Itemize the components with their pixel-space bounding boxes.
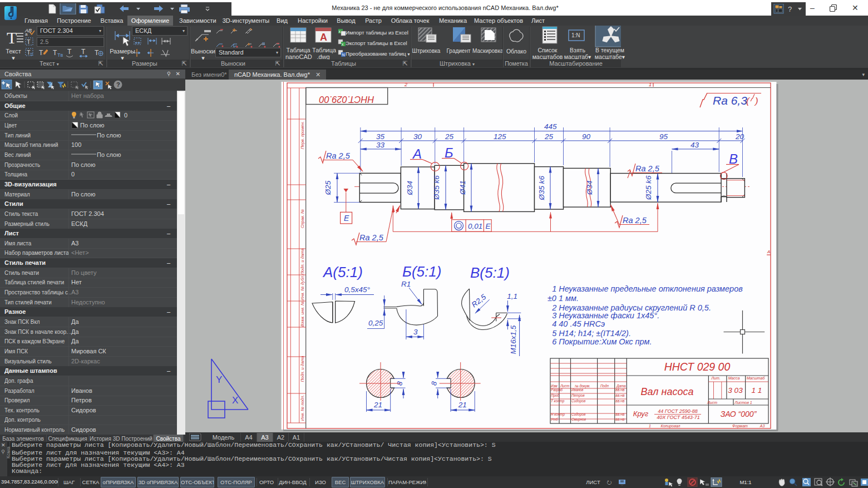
svg-text:Ø25 k6: Ø25 k6 — [644, 175, 653, 200]
svg-text:T: T — [7, 28, 17, 47]
svg-text:90: 90 — [582, 132, 591, 141]
svg-text:Ø34: Ø34 — [406, 181, 414, 196]
svg-text:ВВ.НВ: ВВ.НВ — [615, 394, 625, 397]
svg-text:1 Неуказанные предельные отк: 1 Неуказанные предельные отклонения разм… — [552, 284, 743, 293]
svg-text:Перв. примен.: Перв. примен. — [300, 121, 305, 149]
svg-text:?: ? — [788, 5, 792, 13]
svg-text:Y: Y — [216, 374, 222, 385]
svg-text:5 H14; h14; ±(IT14/2).: 5 H14; h14; ±(IT14/2). — [552, 329, 631, 338]
svg-text:A: A — [320, 32, 327, 43]
svg-text:X: X — [232, 395, 238, 406]
svg-text:33: 33 — [376, 141, 385, 149]
svg-text:125: 125 — [494, 132, 506, 141]
svg-text:Листов 1: Листов 1 — [734, 401, 752, 405]
svg-text:3 03: 3 03 — [728, 386, 743, 395]
svg-text:А(5:1): А(5:1) — [322, 264, 363, 280]
svg-text:Утб: Утб — [550, 417, 558, 421]
svg-text:Справ. №: Справ. № — [300, 209, 305, 228]
svg-text:Проб: Проб — [551, 393, 560, 398]
svg-text:43: 43 — [691, 141, 699, 149]
svg-text:25: 25 — [544, 132, 554, 141]
svg-text:3 Неуказанные фаски 1х45°.: 3 Неуказанные фаски 1х45°. — [552, 311, 659, 320]
svg-text:⭮: ⭮ — [606, 479, 612, 485]
svg-text:Сидоров: Сидоров — [571, 399, 586, 403]
svg-text:Дата: Дата — [616, 384, 626, 388]
svg-text:1: 1 — [649, 424, 651, 428]
svg-text:Формат: Формат — [732, 424, 748, 428]
svg-text:1 1: 1 1 — [752, 386, 762, 395]
svg-text:Иванов: Иванов — [571, 388, 584, 392]
svg-text:ВВ.НВ: ВВ.НВ — [615, 413, 625, 416]
svg-text:Ra 2,5: Ra 2,5 — [326, 151, 351, 160]
svg-text:Ø35 k6: Ø35 k6 — [537, 176, 546, 201]
svg-text:Взам. инв. №: Взам. инв. № — [300, 301, 305, 327]
svg-text:Инв. № дубл.: Инв. № дубл. — [300, 275, 305, 300]
svg-text:Подп: Подп — [600, 384, 609, 388]
svg-text:T: T — [27, 49, 31, 56]
svg-text:x: x — [342, 42, 344, 46]
svg-text:ВВ.НВ: ВВ.НВ — [615, 418, 625, 421]
svg-text:30: 30 — [413, 132, 422, 141]
svg-text:Ra 2,5: Ra 2,5 — [635, 164, 660, 173]
svg-text:Копировал: Копировал — [661, 424, 680, 428]
svg-text:44 ГОСТ 2590-88: 44 ГОСТ 2590-88 — [658, 408, 697, 414]
svg-text:35: 35 — [376, 132, 385, 141]
svg-text:T: T — [67, 48, 72, 56]
svg-text:Ra 2,5: Ra 2,5 — [359, 233, 384, 242]
svg-text:Н контр: Н контр — [551, 412, 565, 417]
svg-text:Подп. и дата: Подп. и дата — [300, 249, 305, 275]
svg-text:А3: А3 — [760, 424, 765, 428]
svg-text:N: N — [342, 53, 345, 57]
svg-text:M16x1,5: M16x1,5 — [509, 325, 517, 354]
svg-text:21: 21 — [373, 401, 382, 409]
svg-text:ЗАО “000”: ЗАО “000” — [721, 410, 757, 418]
svg-text:Ø41: Ø41 — [458, 180, 467, 195]
svg-text:Ra 6,3: Ra 6,3 — [713, 94, 747, 107]
svg-text:2 Неуказанные радиусы скругл: 2 Неуказанные радиусы скруглений R 0,5. — [551, 303, 711, 312]
svg-text:95: 95 — [659, 132, 668, 141]
svg-text:Б(5:1): Б(5:1) — [402, 263, 441, 280]
svg-text:Лит.: Лит. — [711, 376, 720, 380]
svg-text:Tв: Tв — [57, 52, 63, 58]
svg-text:А: А — [767, 249, 770, 254]
svg-text:3: 3 — [413, 328, 418, 336]
svg-text:ННСТ.029.00: ННСТ.029.00 — [319, 95, 374, 105]
svg-text:1:N: 1:N — [571, 32, 580, 38]
svg-text:1,1: 1,1 — [507, 292, 517, 300]
svg-text:Лист: Лист — [560, 384, 569, 388]
svg-text:R1: R1 — [401, 280, 411, 288]
svg-text:Преобразование таблиц ▾: Преобразование таблиц ▾ — [346, 51, 410, 57]
svg-text:Экспорт таблицы в Excel: Экспорт таблицы в Excel — [346, 40, 407, 46]
svg-text:x: x — [339, 29, 341, 33]
svg-text:Ra 2,5: Ra 2,5 — [623, 216, 647, 225]
svg-text:): ) — [754, 96, 758, 106]
svg-text:?: ? — [116, 81, 120, 88]
svg-text:25: 25 — [445, 132, 454, 141]
svg-text:Смирнов: Смирнов — [571, 417, 586, 422]
svg-text:T: T — [39, 49, 43, 57]
svg-text:0,5x45°: 0,5x45° — [344, 285, 371, 294]
svg-text:1: 1 — [649, 82, 652, 87]
svg-text:445: 445 — [544, 122, 557, 131]
svg-text:Подп. и дата: Подп. и дата — [300, 356, 305, 382]
svg-text:±0 1 мм.: ±0 1 мм. — [548, 294, 579, 303]
svg-text:0,25: 0,25 — [368, 319, 383, 327]
svg-text:T: T — [53, 49, 57, 57]
svg-text:40Х ГОСТ 4543-71: 40Х ГОСТ 4543-71 — [657, 415, 699, 420]
svg-text:Масштаб: Масштаб — [747, 376, 766, 380]
svg-text:E: E — [344, 214, 349, 223]
svg-text:T: T — [27, 38, 31, 45]
svg-text:E: E — [486, 222, 491, 230]
svg-text:20: 20 — [735, 132, 744, 141]
svg-text:2: 2 — [404, 82, 407, 87]
svg-text:T: T — [81, 48, 86, 56]
svg-text:Масса: Масса — [728, 376, 740, 380]
svg-text:Разраб: Разраб — [551, 388, 563, 392]
svg-text:Лист: Лист — [707, 401, 717, 405]
svg-text:Изм: Изм — [551, 384, 558, 388]
svg-text:Ø34: Ø34 — [585, 180, 594, 195]
svg-text:Т контр: Т контр — [551, 399, 565, 403]
svg-text:Импорт таблицы из Excel: Импорт таблицы из Excel — [346, 29, 408, 36]
svg-text:Ø35 k6: Ø35 k6 — [432, 175, 441, 200]
svg-text:Круг: Круг — [633, 410, 649, 418]
